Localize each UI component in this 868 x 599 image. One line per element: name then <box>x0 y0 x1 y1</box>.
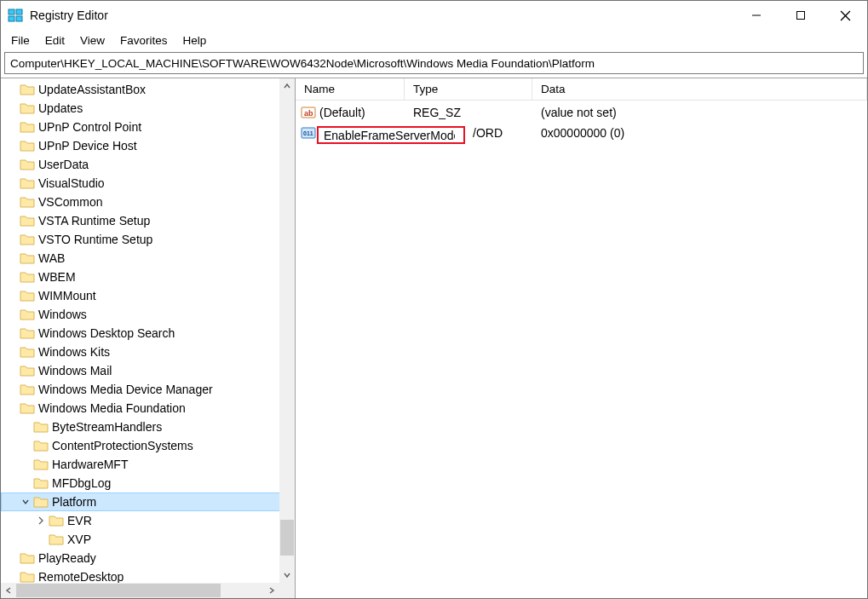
svg-text:ab: ab <box>304 109 313 118</box>
folder-icon <box>20 233 35 246</box>
value-list[interactable]: ab(Default)REG_SZ(value not set)011/ORD0… <box>296 101 867 598</box>
svg-rect-3 <box>16 16 22 21</box>
tree-item[interactable]: VSCommon <box>1 193 295 211</box>
tree-item-label: Windows Media Foundation <box>38 401 186 415</box>
tree-item[interactable]: Windows Media Device Manager <box>1 380 295 399</box>
tree-item-label: Windows Kits <box>38 345 110 359</box>
tree-item[interactable]: XVP <box>1 530 295 549</box>
menu-help[interactable]: Help <box>176 32 214 49</box>
values-panel: Name Type Data ab(Default)REG_SZ(value n… <box>296 78 867 598</box>
value-row[interactable]: 011/ORD0x00000000 (0) <box>296 123 867 143</box>
tree-item[interactable]: Windows Media Foundation <box>1 399 295 418</box>
column-header-name[interactable]: Name <box>296 78 405 100</box>
close-button[interactable] <box>823 1 867 30</box>
tree-item[interactable]: Windows Mail <box>1 361 295 380</box>
folder-icon <box>20 551 35 565</box>
folder-icon <box>20 214 35 228</box>
folder-icon <box>20 345 35 359</box>
tree-item[interactable]: HardwareMFT <box>1 455 295 474</box>
folder-icon <box>20 101 35 115</box>
tree-scrollbar-horizontal[interactable] <box>1 583 295 598</box>
value-row[interactable]: ab(Default)REG_SZ(value not set) <box>296 102 867 123</box>
tree-item-label: VSTO Runtime Setup <box>38 233 152 246</box>
tree-item[interactable]: VSTA Runtime Setup <box>1 211 295 230</box>
tree-item[interactable]: MFDbgLog <box>1 474 295 492</box>
chevron-down-icon[interactable] <box>20 496 32 508</box>
tree-item[interactable]: Updates <box>1 99 295 118</box>
registry-tree[interactable]: UpdateAssistantBoxUpdatesUPnP Control Po… <box>1 78 295 588</box>
folder-icon <box>33 420 49 434</box>
tree-item-label: RemoteDesktop <box>38 570 124 584</box>
column-header-type[interactable]: Type <box>405 78 532 100</box>
scroll-thumb-horizontal[interactable] <box>16 584 221 597</box>
tree-item-label: EVR <box>67 514 92 527</box>
scroll-up-icon[interactable] <box>279 78 295 94</box>
tree-item-label: Windows Mail <box>38 364 112 377</box>
tree-item[interactable]: Platform <box>1 492 295 511</box>
folder-icon <box>20 308 35 321</box>
scroll-left-icon[interactable] <box>1 583 16 598</box>
tree-item-label: Updates <box>38 101 83 115</box>
tree-item-label: Windows Media Device Manager <box>38 383 213 396</box>
folder-icon <box>20 195 35 209</box>
tree-item[interactable]: WAB <box>1 249 295 268</box>
svg-rect-1 <box>16 9 22 14</box>
minimize-button[interactable] <box>734 1 779 30</box>
tree-scrollbar-vertical[interactable] <box>279 78 295 583</box>
tree-item[interactable]: VSTO Runtime Setup <box>1 230 295 249</box>
tree-item[interactable]: UpdateAssistantBox <box>1 80 295 99</box>
column-headers: Name Type Data <box>296 78 867 101</box>
tree-item[interactable]: UPnP Control Point <box>1 118 295 136</box>
scroll-down-icon[interactable] <box>279 567 295 583</box>
folder-icon <box>20 364 35 377</box>
tree-item-label: Windows Desktop Search <box>38 326 175 340</box>
tree-item[interactable]: Windows Desktop Search <box>1 324 295 343</box>
svg-text:011: 011 <box>303 130 313 136</box>
menu-favorites[interactable]: Favorites <box>113 32 175 49</box>
tree-item-label: MFDbgLog <box>52 476 111 490</box>
column-header-data[interactable]: Data <box>532 78 867 100</box>
folder-icon <box>20 176 35 190</box>
tree-item-label: UpdateAssistantBox <box>38 83 146 96</box>
tree-item[interactable]: Windows Kits <box>1 343 295 361</box>
folder-icon <box>20 251 35 265</box>
tree-item-label: UPnP Device Host <box>38 139 137 153</box>
dword-value-icon: 011 <box>301 125 316 141</box>
svg-rect-0 <box>9 9 14 14</box>
window-controls <box>734 1 867 30</box>
tree-item[interactable]: PlayReady <box>1 549 295 567</box>
tree-item-label: VSCommon <box>38 195 102 209</box>
value-name-input[interactable] <box>322 128 457 143</box>
maximize-button[interactable] <box>779 1 823 30</box>
menu-file[interactable]: File <box>4 32 37 49</box>
value-name-edit[interactable] <box>317 126 465 144</box>
tree-item-label: WIMMount <box>38 289 96 302</box>
tree-item[interactable]: EVR <box>1 511 295 530</box>
tree-item[interactable]: WBEM <box>1 268 295 286</box>
scroll-thumb-vertical[interactable] <box>280 520 294 556</box>
tree-item[interactable]: Windows <box>1 305 295 324</box>
tree-item[interactable]: UPnP Device Host <box>1 136 295 155</box>
window-title: Registry Editor <box>30 9 734 22</box>
tree-item-label: UPnP Control Point <box>38 120 141 134</box>
menu-view[interactable]: View <box>73 32 112 49</box>
folder-icon <box>20 120 35 134</box>
tree-item-label: VisualStudio <box>38 176 105 190</box>
chevron-right-icon[interactable] <box>35 515 47 527</box>
menu-edit[interactable]: Edit <box>38 32 72 49</box>
tree-item-label: Windows <box>38 308 87 321</box>
tree-item[interactable]: ContentProtectionSystems <box>1 436 295 455</box>
tree-item-label: VSTA Runtime Setup <box>38 214 150 228</box>
value-data: 0x00000000 (0) <box>532 126 867 140</box>
value-name: (Default) <box>319 106 365 119</box>
tree-item[interactable]: ByteStreamHandlers <box>1 418 295 436</box>
folder-icon <box>20 83 35 96</box>
folder-icon <box>20 270 35 284</box>
tree-item-label: PlayReady <box>38 551 96 565</box>
tree-item[interactable]: VisualStudio <box>1 174 295 193</box>
scroll-right-icon[interactable] <box>264 583 279 598</box>
tree-item[interactable]: WIMMount <box>1 286 295 305</box>
address-bar[interactable]: Computer\HKEY_LOCAL_MACHINE\SOFTWARE\WOW… <box>4 52 864 74</box>
tree-item[interactable]: UserData <box>1 155 295 174</box>
tree-panel: UpdateAssistantBoxUpdatesUPnP Control Po… <box>1 78 296 598</box>
